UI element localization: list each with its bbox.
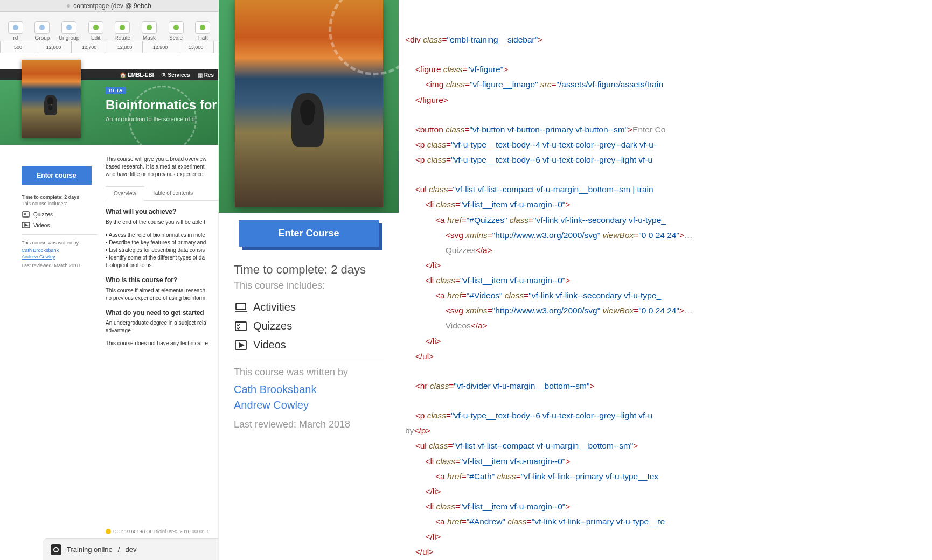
canvas: 🏠 EMBL-EBI ⚗ Services ▦ Res BETA Bioinfo… — [0, 53, 218, 538]
breadcrumb-bar: Training online / dev — [43, 538, 218, 560]
tool-icon — [142, 21, 157, 34]
tool-icon — [115, 21, 130, 34]
mobile-hero — [219, 0, 399, 213]
doi: DOI: 10.6019/TOL.BioinfTer-c_2016.00001.… — [106, 529, 209, 534]
page-subtitle: An introduction to the science of b — [106, 116, 195, 122]
heading-achieve: What will you achieve? — [106, 207, 218, 216]
tool-icon — [34, 21, 50, 34]
svg-rect-11 — [236, 303, 246, 310]
page-title: Bioinformatics for — [106, 97, 217, 113]
time-to-complete: Time to complete: 2 days — [22, 194, 97, 200]
intro-text: This course will give you a broad overvi… — [106, 156, 218, 178]
bullet-item: biological problems — [106, 262, 218, 269]
mobile-author-andrew[interactable]: Andrew Cowley — [234, 399, 384, 411]
tool-rd[interactable]: rd — [2, 21, 29, 41]
text-tech: This course does not have any technical … — [106, 340, 218, 347]
mobile-course-image — [235, 0, 383, 207]
svg-point-10 — [54, 548, 58, 552]
tool-icon — [88, 21, 103, 34]
tool-ungroup[interactable]: Ungroup — [55, 21, 82, 41]
text-achieve: By the end of the course you will be abl… — [106, 219, 218, 226]
mobile-includes-activities[interactable]: Activities — [234, 301, 384, 313]
design-app-pane: contentpage (dev @ 9ebcb rdGroupUngroupE… — [0, 0, 218, 560]
tool-icon — [195, 21, 210, 34]
heading-who: Who is this course for? — [106, 276, 218, 285]
breadcrumb-a[interactable]: Training online — [67, 545, 113, 554]
tab-toc[interactable]: Table of contents — [144, 186, 201, 200]
titlebar-dot-icon — [67, 4, 70, 8]
mobile-includes-videos[interactable]: Videos — [234, 339, 384, 351]
enter-course-button[interactable]: Enter course — [22, 166, 92, 185]
bullet-item: • List strategies for describing data co… — [106, 247, 218, 254]
svg-point-6 — [173, 25, 179, 30]
tool-flatt[interactable]: Flatt — [189, 21, 216, 41]
author-link-cath[interactable]: Cath Brooksbank — [22, 248, 97, 253]
mobile-divider — [234, 358, 384, 358]
tool-rotate[interactable]: Rotate — [109, 21, 136, 41]
tool-group[interactable]: Group — [29, 21, 56, 41]
window-title: contentpage (dev @ 9ebcb — [73, 2, 151, 10]
bullet-item: • Assess the role of bioinformatics in m… — [106, 232, 218, 239]
divider — [22, 234, 97, 235]
tool-edit[interactable]: Edit — [82, 21, 109, 41]
ruler-tick: 12,900 — [142, 41, 178, 53]
mobile-written-by: This course was written by — [234, 367, 384, 378]
bullet-list: • Assess the role of bioinformatics in m… — [106, 232, 218, 269]
doi-icon — [106, 529, 111, 534]
mobile-includes-quizzes[interactable]: Quizzes — [234, 320, 384, 332]
ruler-tick: 500 — [0, 41, 36, 53]
svg-point-4 — [120, 25, 125, 30]
written-by-label: This course was written by — [22, 240, 97, 246]
tab-overview[interactable]: Overview — [106, 186, 144, 201]
tool-icon — [8, 21, 23, 34]
svg-point-0 — [13, 25, 18, 30]
bullet-item: • Identify some of the different types o… — [106, 254, 218, 262]
bullet-item: • Describe the key features of primary a… — [106, 239, 218, 247]
quiz-icon — [234, 320, 248, 332]
toolbar: rdGroupUngroupEditRotateMaskScaleFlatt — [0, 12, 218, 41]
tool-mask[interactable]: Mask — [136, 21, 163, 41]
code-pane: <div class="embl-training__sidebar"> <fi… — [399, 0, 932, 560]
course-image — [22, 60, 81, 138]
ruler-tick: 13,000 — [178, 41, 213, 53]
svg-point-3 — [93, 25, 99, 30]
ruler-tick: 12,800 — [107, 41, 142, 53]
topbar-services[interactable]: ⚗ Services — [161, 72, 190, 78]
course-body: This course will give you a broad overvi… — [106, 156, 218, 347]
tool-scale[interactable]: Scale — [163, 21, 190, 41]
text-who: This course if aimed at elemental reseac… — [106, 287, 218, 302]
ruler: 50012,60012,70012,80012,90013,00013,100 — [0, 41, 218, 53]
svg-point-7 — [200, 25, 205, 30]
mobile-includes-title: This course includes: — [234, 280, 384, 291]
mobile-enter-course-button[interactable]: Enter Course — [239, 220, 379, 247]
mobile-author-cath[interactable]: Cath Brooksbank — [234, 383, 384, 396]
heading-need: What do you need to get started — [106, 309, 218, 318]
ruler-tick: 12,700 — [71, 41, 107, 53]
includes-item-videos[interactable]: Videos — [22, 221, 97, 229]
mobile-last-reviewed: Last reviewed: March 2018 — [234, 419, 384, 430]
tabs: Overview Table of contents — [106, 186, 218, 201]
abstract-icon[interactable] — [51, 544, 61, 555]
text-need: An undergraduate degree in a subject rel… — [106, 319, 218, 334]
svg-point-5 — [147, 25, 152, 30]
includes-item-quizzes[interactable]: Quizzes — [22, 211, 97, 218]
topbar-home[interactable]: 🏠 EMBL-EBI — [120, 72, 154, 78]
svg-point-2 — [66, 25, 72, 30]
last-reviewed: Last reviewed: March 2018 — [22, 263, 97, 268]
topbar-res[interactable]: ▦ Res — [198, 72, 214, 78]
laptop-icon — [234, 302, 248, 313]
ruler-tick: 13,100 — [213, 41, 218, 53]
video-icon — [22, 221, 30, 229]
tool-icon — [169, 21, 184, 34]
video-icon — [234, 339, 248, 351]
mobile-time-to-complete: Time to complete: 2 days — [234, 263, 384, 277]
quiz-icon — [22, 211, 30, 218]
course-sidebar: Enter course Time to complete: 2 days Th… — [22, 166, 97, 268]
author-link-andrew[interactable]: Andrew Cowley — [22, 254, 97, 260]
ruler-tick: 12,600 — [36, 41, 71, 53]
mobile-mock-pane: Enter Course Time to complete: 2 days Th… — [218, 0, 399, 560]
breadcrumb-b[interactable]: dev — [125, 545, 136, 554]
svg-rect-12 — [235, 322, 246, 331]
beta-badge: BETA — [106, 87, 126, 94]
window-titlebar: contentpage (dev @ 9ebcb — [0, 0, 218, 12]
